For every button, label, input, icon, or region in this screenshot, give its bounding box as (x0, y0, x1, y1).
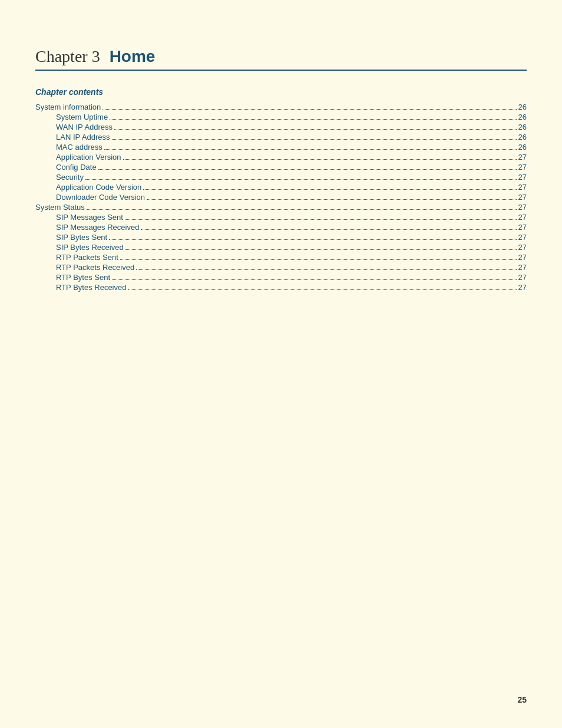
toc-item-page: 27 (518, 203, 527, 212)
toc-item: SIP Messages Sent27 (35, 213, 527, 222)
toc-item-page: 27 (518, 223, 527, 232)
toc-item-text: Application Code Version (35, 183, 141, 192)
toc-dots (104, 149, 517, 150)
toc-item: Security27 (35, 173, 527, 182)
toc-dots (120, 259, 517, 260)
toc-item-page: 27 (518, 273, 527, 282)
toc-dots (109, 239, 516, 240)
toc-item-page: 27 (518, 173, 527, 182)
toc-item: RTP Bytes Received27 (35, 283, 527, 292)
toc-dots (98, 169, 517, 170)
toc-dots (87, 209, 517, 210)
toc-item-page: 26 (518, 143, 527, 151)
toc-item-text: MAC address (35, 143, 103, 151)
toc-item: RTP Bytes Sent27 (35, 273, 527, 282)
toc-item: RTP Packets Sent27 (35, 253, 527, 262)
toc-item-page: 27 (518, 233, 527, 242)
toc-item-page: 27 (518, 253, 527, 262)
toc-dots (85, 179, 517, 180)
chapter-header: Chapter 3 Home (35, 47, 527, 66)
toc-item: Downloader Code Version27 (35, 193, 527, 202)
toc-item-text: RTP Packets Sent (35, 253, 118, 262)
toc-item-page: 26 (518, 103, 527, 111)
toc-item-text: System Status (35, 203, 85, 212)
toc-dots (103, 109, 516, 110)
chapter-contents-heading: Chapter contents (35, 87, 527, 97)
toc-item: Application Code Version27 (35, 183, 527, 192)
toc-dots (128, 289, 516, 290)
toc-item-page: 26 (518, 113, 527, 121)
toc-dots (110, 119, 516, 120)
toc-item-text: RTP Packets Received (35, 263, 134, 272)
page-container: Chapter 3 Home Chapter contents System i… (0, 0, 562, 328)
toc-dots (147, 199, 516, 200)
toc-item-text: WAN IP Address (35, 123, 113, 131)
toc-item-text: RTP Bytes Sent (35, 273, 110, 282)
toc-item-page: 27 (518, 183, 527, 192)
toc-item-text: Downloader Code Version (35, 193, 145, 202)
toc-item: System Status27 (35, 203, 527, 212)
chapter-divider (35, 70, 527, 71)
toc-item: SIP Messages Received27 (35, 223, 527, 232)
chapter-label: Chapter 3 (35, 47, 100, 66)
toc-item: SIP Bytes Sent27 (35, 233, 527, 242)
toc-item: WAN IP Address26 (35, 123, 527, 131)
toc-item-page: 26 (518, 133, 527, 141)
toc-item-text: SIP Messages Sent (35, 213, 123, 222)
toc-item-page: 26 (518, 123, 527, 131)
toc-dots (114, 129, 516, 130)
toc-item-page: 27 (518, 213, 527, 222)
toc-item-text: System information (35, 103, 101, 111)
toc-item-page: 27 (518, 163, 527, 172)
page-number: 25 (517, 695, 527, 704)
toc-item: RTP Packets Received27 (35, 263, 527, 272)
toc-item-page: 27 (518, 263, 527, 272)
toc-item: Application Version27 (35, 153, 527, 162)
table-of-contents: System information26System Uptime26WAN I… (35, 103, 527, 292)
toc-item: LAN IP Address26 (35, 133, 527, 141)
toc-item: SIP Bytes Received27 (35, 243, 527, 252)
toc-item-text: RTP Bytes Received (35, 283, 126, 292)
toc-item: System information26 (35, 103, 527, 111)
toc-item: MAC address26 (35, 143, 527, 151)
toc-dots (125, 249, 517, 250)
chapter-title: Home (110, 47, 156, 66)
toc-dots (125, 219, 517, 220)
toc-dots (136, 269, 516, 270)
toc-item-text: LAN IP Address (35, 133, 110, 141)
toc-item-text: SIP Messages Received (35, 223, 139, 232)
toc-item: System Uptime26 (35, 113, 527, 121)
toc-dots (112, 139, 517, 140)
toc-item-text: Config Date (35, 163, 97, 172)
toc-item-text: SIP Bytes Sent (35, 233, 107, 242)
toc-item-text: Security (35, 173, 84, 182)
toc-item-text: System Uptime (35, 113, 108, 121)
toc-dots (141, 229, 516, 230)
toc-dots (143, 189, 516, 190)
toc-dots (123, 159, 517, 160)
toc-item-text: Application Version (35, 153, 121, 162)
toc-item-page: 27 (518, 193, 527, 202)
toc-item: Config Date27 (35, 163, 527, 172)
toc-item-text: SIP Bytes Received (35, 243, 124, 252)
toc-dots (112, 279, 517, 280)
toc-item-page: 27 (518, 153, 527, 162)
toc-item-page: 27 (518, 283, 527, 292)
toc-item-page: 27 (518, 243, 527, 252)
